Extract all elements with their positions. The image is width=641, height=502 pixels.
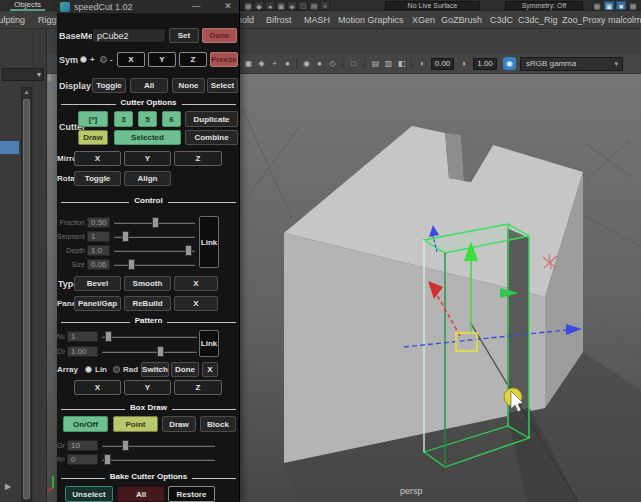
size-slider[interactable] (114, 259, 195, 271)
color-management-icon[interactable]: ◉ (503, 57, 516, 70)
snap-plane-icon[interactable]: ▣ (276, 1, 286, 10)
boxdraw-onoff-button[interactable]: On/Off (63, 416, 108, 432)
sym-z-button[interactable]: Z (179, 52, 207, 67)
array-done-button[interactable]: Done (171, 362, 199, 377)
display-toggle-button[interactable]: Toggle (92, 78, 126, 93)
minimize-button[interactable]: — (189, 1, 203, 11)
size-value[interactable]: 0.06 (87, 259, 110, 270)
dist-value[interactable]: 1.00 (67, 346, 98, 357)
control-link-button[interactable]: Link (199, 216, 219, 268)
fraction-value[interactable]: 0.50 (87, 217, 110, 228)
film-gate-icon[interactable]: ▤ (370, 58, 381, 69)
cutter-5-button[interactable]: 5 (138, 111, 157, 127)
array-switch-button[interactable]: Switch (141, 362, 169, 377)
scrollbar-thumb[interactable] (23, 99, 30, 499)
mirror-x-button[interactable]: X (74, 151, 121, 166)
scrollbar[interactable]: ▲ ▼ (21, 87, 32, 502)
type-x-button[interactable]: X (174, 276, 218, 291)
segments-slider[interactable] (114, 231, 195, 243)
set-button[interactable]: Set (169, 28, 199, 43)
menu-mash[interactable]: MASH (304, 15, 330, 25)
exposure-icon[interactable]: ◐ (417, 58, 428, 69)
gate-mask-icon[interactable]: ◧ (396, 58, 407, 69)
duplicate-button[interactable]: Duplicate (185, 111, 238, 127)
array-rad-radio[interactable] (113, 366, 120, 373)
boxdraw-point-button[interactable]: Point (113, 416, 158, 432)
rnd-slider[interactable] (102, 454, 215, 466)
grid-icon[interactable]: □ (348, 58, 359, 69)
dist-slider[interactable] (102, 346, 197, 358)
scroll-up-icon[interactable]: ▲ (22, 88, 31, 97)
segments-value[interactable]: 1 (87, 231, 110, 242)
exposure-field[interactable]: 0.00 (431, 58, 454, 70)
sym-minus-radio[interactable] (100, 56, 107, 63)
left-combo-box[interactable]: ▾ (2, 68, 44, 81)
bevel-button[interactable]: Bevel (74, 276, 121, 291)
render-view-icon[interactable]: ▦ (592, 1, 602, 10)
done-button[interactable]: Done (202, 28, 237, 43)
bake-unselect-button[interactable]: Unselect (65, 486, 113, 502)
bookmark-icon[interactable]: ● (282, 58, 293, 69)
sym-plus-radio[interactable] (80, 56, 87, 63)
depth-slider[interactable] (114, 245, 195, 257)
rebuild-button[interactable]: ReBuild (124, 296, 171, 311)
display-all-button[interactable]: All (130, 78, 168, 93)
history-icon[interactable]: ▤ (309, 1, 319, 10)
menu-gozbrush[interactable]: GoZBrush (441, 15, 482, 25)
num-value[interactable]: 1 (67, 331, 98, 342)
camera-lock-icon[interactable]: ◈ (256, 58, 267, 69)
freeze-button[interactable]: Freeze (210, 52, 238, 67)
panel-x-button[interactable]: X (174, 296, 218, 311)
rotate-align-button[interactable]: Align (124, 171, 171, 186)
selected-button[interactable]: Selected (114, 130, 181, 145)
cutter-star-button[interactable]: [*] (78, 111, 108, 127)
basemesh-input[interactable]: pCube2 (92, 28, 166, 43)
symmetry-field[interactable]: Symmetry: Off (505, 1, 583, 10)
array-lin-radio[interactable] (85, 366, 92, 373)
rotate-toggle-button[interactable]: Toggle (74, 171, 121, 186)
mirror-z-button[interactable]: Z (174, 151, 222, 166)
snap-view-icon[interactable]: □ (298, 1, 308, 10)
bake-all-button[interactable]: All (117, 486, 165, 502)
menu-motion-graphics[interactable]: Motion Graphics (338, 15, 404, 25)
draw-button[interactable]: Draw (78, 130, 108, 145)
boxdraw-block-button[interactable]: Block (200, 416, 236, 432)
resolution-gate-icon[interactable]: ▥ (383, 58, 394, 69)
smooth-button[interactable]: Smooth (124, 276, 171, 291)
snap-point-icon[interactable]: ● (265, 1, 275, 10)
boxdraw-draw-button[interactable]: Draw (162, 416, 196, 432)
snap-curve-icon[interactable]: ◆ (254, 1, 264, 10)
sym-y-button[interactable]: Y (148, 52, 176, 67)
sym-x-button[interactable]: X (117, 52, 145, 67)
mirror-y-button[interactable]: Y (124, 151, 171, 166)
view-transform-dropdown[interactable]: sRGB gamma ▾ (520, 57, 623, 71)
bake-restore-button[interactable]: Restore (168, 486, 215, 502)
grease-pencil-icon[interactable]: ◇ (327, 58, 338, 69)
fraction-slider[interactable] (114, 217, 195, 229)
camera-select-icon[interactable]: ▣ (243, 58, 254, 69)
grid-value[interactable]: 10 (67, 440, 98, 451)
camera-attributes-icon[interactable]: + (269, 58, 280, 69)
grid-slider[interactable] (102, 440, 215, 452)
inputs-icon[interactable]: + (320, 1, 330, 10)
combine-button[interactable]: Combine (185, 130, 238, 145)
make-live-icon[interactable]: ◈ (287, 1, 297, 10)
cutter-6-button[interactable]: 6 (162, 111, 181, 127)
gamma-icon[interactable]: ◑ (458, 58, 469, 69)
menu-c3dc-rig[interactable]: C3dc_Rig (518, 15, 558, 25)
menu-c3dc[interactable]: C3dC (490, 15, 513, 25)
live-surface-field[interactable]: No Live Surface (385, 1, 480, 10)
rnd-value[interactable]: 0 (67, 454, 98, 465)
menu-sculpting[interactable]: Sculpting (0, 15, 25, 25)
array-axis-x-button[interactable]: X (74, 380, 121, 395)
menu-xgen[interactable]: XGen (412, 15, 435, 25)
tab-objects[interactable]: Objects (10, 0, 45, 11)
menu-malcolm341[interactable]: malcolm341_scripts (608, 15, 641, 25)
display-none-button[interactable]: None (172, 78, 205, 93)
panel-gap-button[interactable]: Panel/Gap (74, 296, 121, 311)
array-axis-y-button[interactable]: Y (124, 380, 171, 395)
menu-zoo-proxy[interactable]: Zoo_Proxy (562, 15, 606, 25)
pattern-link-button[interactable]: Link (199, 330, 219, 357)
render-settings-icon[interactable]: ■ (616, 1, 626, 10)
num-slider[interactable] (102, 331, 197, 343)
